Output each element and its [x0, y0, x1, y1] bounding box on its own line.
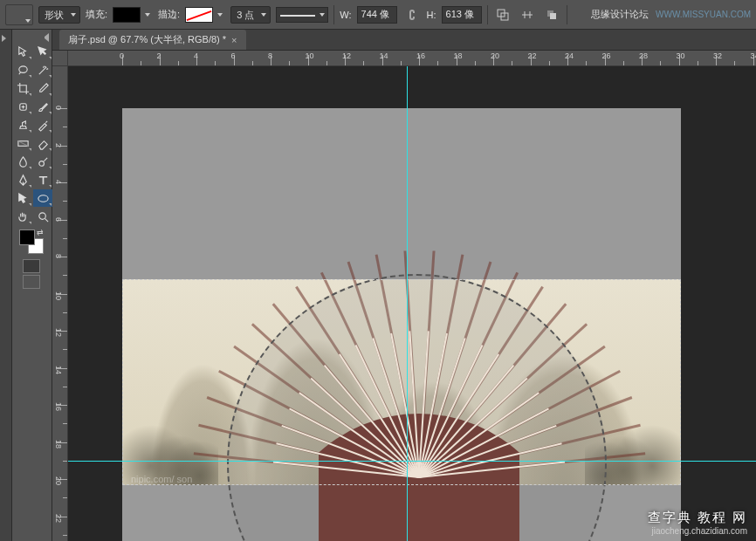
crop-tool[interactable] [13, 79, 32, 97]
pen-tool[interactable] [13, 171, 32, 188]
close-tab-icon[interactable]: × [231, 35, 237, 45]
stroke-swatch[interactable] [185, 7, 213, 23]
magic-wand-tool[interactable] [33, 61, 52, 79]
path-selection-tool[interactable] [13, 189, 32, 207]
type-tool[interactable] [33, 171, 52, 188]
height-label: H: [427, 10, 436, 20]
lasso-tool[interactable] [13, 61, 32, 79]
ruler-horizontal[interactable]: 024681012141618202224262830323436 [68, 51, 756, 66]
svg-point-8 [38, 195, 47, 202]
watermark-main: 思缘设计论坛 [591, 8, 649, 21]
quickmask-mode-button[interactable] [23, 275, 40, 289]
fill-swatch[interactable] [113, 7, 141, 23]
footer-line2: jiaocheng.chazidian.com [648, 526, 747, 536]
svg-point-7 [38, 161, 44, 166]
fill-label: 填充: [86, 8, 107, 21]
separator [487, 5, 488, 24]
hand-tool[interactable] [13, 208, 32, 225]
ellipse-tool[interactable] [33, 189, 52, 207]
width-label: W: [340, 10, 351, 20]
document-area: 扇子.psd @ 67.7% (大半径, RGB/8) * × 02468101… [52, 30, 756, 541]
workspace: ⇄ 扇子.psd @ 67.7% (大半径, RGB/8) * × 024681… [0, 30, 756, 541]
top-watermark: 思缘设计论坛 WWW.MISSYUAN.COM [591, 8, 751, 21]
options-bar: 形状 填充: 描边: 3 点 W: H: 思缘设计论坛 WWW.MISSYUAN… [0, 0, 756, 30]
watermark-sub: WWW.MISSYUAN.COM [656, 10, 751, 19]
footer-line1: 查字典 教程 网 [648, 510, 747, 526]
stroke-width-dropdown[interactable]: 3 点 [230, 6, 271, 24]
document-tab-title: 扇子.psd @ 67.7% (大半径, RGB/8) * [68, 33, 226, 46]
artboard: nipic.com/ son [122, 108, 681, 541]
tools-panel: ⇄ [12, 30, 52, 541]
stroke-label: 描边: [158, 8, 180, 21]
move-tool[interactable] [13, 43, 32, 60]
width-input[interactable] [357, 6, 397, 24]
eyedropper-tool[interactable] [33, 79, 52, 97]
blur-tool[interactable] [13, 153, 32, 170]
document-tab[interactable]: 扇子.psd @ 67.7% (大半径, RGB/8) * × [59, 30, 246, 50]
height-input[interactable] [442, 6, 482, 24]
ruler-vertical[interactable]: 0246810121416182022 [52, 66, 68, 541]
brush-tool[interactable] [33, 98, 52, 115]
stroke-width-value: 3 点 [237, 10, 254, 20]
guide-vertical[interactable] [407, 66, 408, 541]
color-wells[interactable]: ⇄ [12, 226, 52, 257]
healing-brush-tool[interactable] [13, 98, 32, 115]
separator [567, 5, 567, 24]
path-arrange-icon[interactable] [542, 5, 561, 24]
footer-watermark: 查字典 教程 网 jiaocheng.chazidian.com [648, 510, 747, 536]
gradient-tool[interactable] [13, 134, 32, 152]
history-brush-tool[interactable] [33, 116, 52, 134]
image-watermark: nipic.com/ son [131, 474, 192, 484]
clone-stamp-tool[interactable] [13, 116, 32, 134]
guide-horizontal[interactable] [68, 461, 756, 462]
shape-mode-dropdown[interactable]: 形状 [38, 6, 80, 24]
zoom-tool[interactable] [33, 208, 52, 225]
eraser-tool[interactable] [33, 134, 52, 152]
artboard-tool[interactable] [33, 43, 52, 60]
collapsed-left-panel[interactable] [0, 30, 12, 541]
stroke-type-dropdown[interactable] [276, 7, 328, 23]
ruler-origin[interactable] [52, 51, 68, 66]
foreground-color[interactable] [19, 229, 35, 245]
tab-bar: 扇子.psd @ 67.7% (大半径, RGB/8) * × [52, 30, 756, 51]
tool-preset-picker[interactable] [5, 4, 33, 25]
svg-point-9 [38, 212, 45, 219]
separator [333, 5, 334, 24]
path-align-icon[interactable] [518, 5, 537, 24]
shape-mode-label: 形状 [45, 10, 64, 20]
dodge-tool[interactable] [33, 153, 52, 170]
standard-mode-button[interactable] [23, 259, 40, 273]
canvas-viewport[interactable]: nipic.com/ son [68, 66, 756, 541]
svg-rect-3 [550, 13, 556, 19]
swap-colors-icon[interactable]: ⇄ [37, 228, 45, 236]
link-wh-icon[interactable] [402, 5, 422, 24]
path-combine-icon[interactable] [493, 5, 512, 24]
tools-collapse-icon[interactable] [12, 33, 52, 42]
